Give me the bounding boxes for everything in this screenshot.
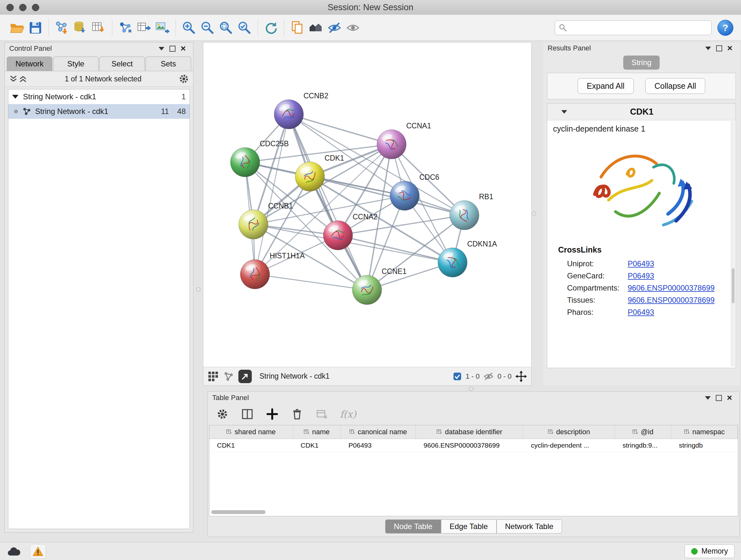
export-network-button[interactable] bbox=[135, 18, 153, 37]
network-node[interactable] bbox=[438, 248, 467, 277]
minimize-window-button[interactable] bbox=[19, 4, 26, 11]
zoom-out-button[interactable] bbox=[198, 18, 217, 37]
column-header-name[interactable]: name bbox=[293, 425, 341, 439]
entry-collapse-caret-icon[interactable] bbox=[561, 110, 567, 114]
panel-float-icon[interactable] bbox=[167, 44, 178, 53]
expand-all-button[interactable]: Expand All bbox=[578, 78, 634, 94]
network-share-icon[interactable] bbox=[223, 371, 234, 382]
table-cell[interactable]: stringdb:9... bbox=[615, 439, 671, 452]
column-header-canonical-name[interactable]: canonical name bbox=[341, 425, 416, 439]
vertical-splitter-grip[interactable] bbox=[532, 211, 536, 215]
window-controls[interactable] bbox=[6, 4, 39, 11]
open-in-window-button[interactable] bbox=[239, 370, 252, 383]
save-session-button[interactable] bbox=[26, 18, 45, 37]
table-cell[interactable]: CDK1 bbox=[293, 439, 341, 452]
add-column-icon[interactable] bbox=[265, 407, 279, 421]
delete-column-icon[interactable] bbox=[290, 407, 304, 421]
panel-close-icon[interactable]: × bbox=[724, 393, 735, 402]
network-node[interactable] bbox=[377, 130, 406, 159]
panel-close-icon[interactable]: × bbox=[178, 44, 189, 53]
entry-header[interactable]: CDK1 bbox=[547, 104, 736, 120]
refresh-button[interactable] bbox=[262, 18, 280, 37]
network-node[interactable] bbox=[323, 221, 353, 250]
network-node[interactable] bbox=[390, 181, 419, 210]
hide-selected-button[interactable] bbox=[325, 18, 344, 37]
collapse-all-chevron-icon[interactable] bbox=[18, 75, 28, 83]
table-options-gear-icon[interactable] bbox=[215, 407, 229, 421]
tab-network[interactable]: Network bbox=[7, 57, 52, 71]
open-session-button[interactable] bbox=[8, 18, 26, 37]
import-table-button[interactable] bbox=[90, 18, 108, 37]
hidden-eye-slash-icon[interactable] bbox=[483, 372, 494, 381]
column-header-database-identifier[interactable]: database identifier bbox=[416, 425, 523, 439]
network-edge[interactable] bbox=[338, 235, 453, 262]
vertical-splitter-grip[interactable] bbox=[196, 287, 200, 292]
network-node[interactable] bbox=[274, 100, 304, 129]
network-node[interactable] bbox=[295, 162, 325, 191]
network-node[interactable] bbox=[239, 210, 268, 239]
network-row-selected[interactable]: String Network - cdk1 11 48 bbox=[8, 104, 190, 119]
table-row[interactable]: CDK1CDK1P064939606.ENSP00000378699cyclin… bbox=[209, 439, 738, 452]
crosslink-value-link[interactable]: 9606.ENSP00000378699 bbox=[628, 296, 715, 305]
search-input[interactable] bbox=[569, 23, 708, 32]
import-network-database-button[interactable] bbox=[71, 18, 90, 37]
tab-node-table[interactable]: Node Table bbox=[385, 519, 441, 534]
network-collection-row[interactable]: String Network - cdk1 1 bbox=[8, 89, 190, 104]
cloud-status-icon[interactable] bbox=[6, 544, 22, 558]
table-cell[interactable]: 9606.ENSP00000378699 bbox=[416, 439, 523, 452]
panel-float-icon[interactable] bbox=[713, 393, 724, 402]
copy-document-button[interactable] bbox=[288, 18, 307, 37]
tab-network-table[interactable]: Network Table bbox=[496, 519, 562, 534]
table-cell[interactable]: stringdb bbox=[671, 439, 738, 452]
network-node[interactable] bbox=[352, 275, 382, 305]
results-scrollbar[interactable] bbox=[731, 121, 735, 367]
close-window-button[interactable] bbox=[6, 4, 14, 11]
new-network-button[interactable] bbox=[116, 18, 135, 37]
panel-float-icon[interactable] bbox=[714, 44, 724, 53]
table-cell[interactable]: CDK1 bbox=[209, 439, 293, 452]
network-node[interactable] bbox=[450, 200, 479, 230]
birdseye-grid-icon[interactable] bbox=[208, 371, 219, 382]
network-edge[interactable] bbox=[289, 114, 392, 144]
network-node[interactable] bbox=[230, 147, 260, 177]
help-button[interactable]: ? bbox=[718, 20, 733, 36]
tab-string[interactable]: String bbox=[623, 56, 660, 70]
column-header--id[interactable]: @id bbox=[615, 425, 671, 439]
horizontal-splitter-grip[interactable] bbox=[469, 387, 473, 391]
column-header-description[interactable]: description bbox=[523, 425, 615, 439]
network-canvas[interactable]: CCNB2CCNA1CDC25BCDK1CDC6RB1CCNB1CCNA2CDK… bbox=[203, 43, 531, 367]
disclosure-triangle-icon[interactable] bbox=[12, 95, 18, 99]
tab-select[interactable]: Select bbox=[99, 57, 145, 71]
tab-edge-table[interactable]: Edge Table bbox=[441, 519, 496, 534]
column-header-namespac[interactable]: namespac bbox=[671, 425, 738, 439]
tab-sets[interactable]: Sets bbox=[145, 57, 191, 71]
warning-icon[interactable] bbox=[30, 544, 46, 559]
panel-collapse-icon[interactable] bbox=[703, 44, 714, 53]
memory-button[interactable]: Memory bbox=[684, 544, 735, 558]
panel-collapse-icon[interactable] bbox=[156, 44, 167, 53]
show-all-button[interactable] bbox=[344, 18, 362, 37]
first-neighbors-button[interactable] bbox=[307, 18, 325, 37]
selected-checkbox-icon[interactable] bbox=[453, 372, 462, 381]
network-options-gear-icon[interactable] bbox=[179, 73, 189, 84]
crosslink-value-link[interactable]: P06493 bbox=[628, 271, 654, 280]
panel-collapse-icon[interactable] bbox=[702, 393, 713, 402]
zoom-window-button[interactable] bbox=[32, 4, 39, 11]
collapse-all-button[interactable]: Collapse All bbox=[645, 78, 705, 94]
zoom-selected-button[interactable] bbox=[235, 18, 254, 37]
pan-crosshair-icon[interactable] bbox=[515, 371, 527, 382]
crosslink-value-link[interactable]: P06493 bbox=[628, 308, 654, 317]
column-header-shared-name[interactable]: shared name bbox=[209, 425, 293, 439]
table-cell[interactable]: P06493 bbox=[341, 439, 416, 452]
export-image-button[interactable] bbox=[153, 18, 172, 37]
network-edge[interactable] bbox=[255, 114, 289, 274]
import-network-file-button[interactable] bbox=[53, 18, 71, 37]
expand-all-chevron-icon[interactable] bbox=[9, 75, 18, 83]
table-horizontal-scrollbar[interactable] bbox=[211, 510, 734, 515]
table-cell[interactable]: cyclin-dependent ... bbox=[523, 439, 615, 452]
show-columns-icon[interactable] bbox=[240, 407, 254, 421]
crosslink-value-link[interactable]: 9606.ENSP00000378699 bbox=[628, 284, 715, 293]
panel-close-icon[interactable]: × bbox=[724, 44, 735, 53]
network-edge[interactable] bbox=[289, 114, 367, 290]
network-edge[interactable] bbox=[255, 274, 367, 290]
